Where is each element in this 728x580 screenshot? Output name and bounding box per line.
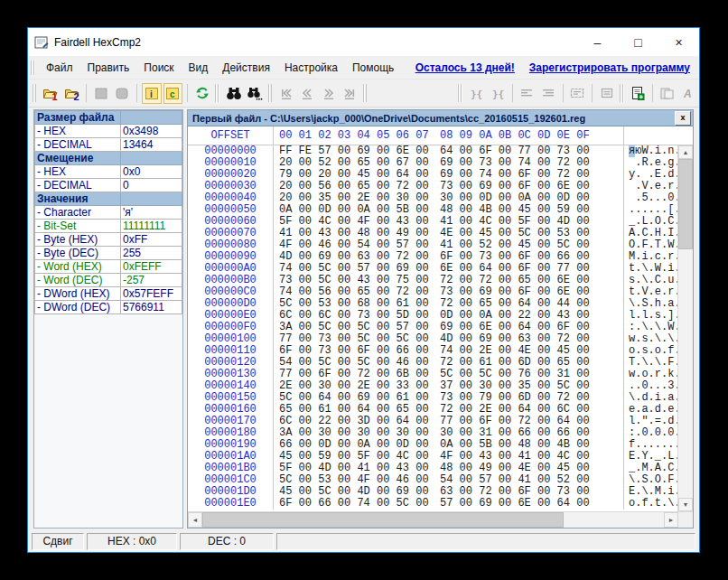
menu-actions[interactable]: Действия — [215, 58, 277, 78]
status-dec: DEC : 0 — [180, 533, 274, 550]
char-panel-button[interactable]: c — [163, 83, 182, 104]
hex-row-00000130[interactable]: 0000013077 00 6F 00 72 00 6B 005C 00 5C … — [188, 369, 677, 380]
title-bar: Fairdell HexCmp2 – □ × — [28, 28, 699, 56]
hex-row-00000070[interactable]: 0000007041 00 43 00 48 00 49 004E 00 45 … — [188, 228, 677, 239]
hex-row-00000120[interactable]: 0000012054 00 5C 00 5C 00 46 0072 00 61 … — [188, 357, 677, 369]
hex-row-00000020[interactable]: 0000002079 00 20 00 45 00 64 0069 00 74 … — [188, 169, 677, 181]
toolbar-separator — [512, 84, 513, 102]
maximize-button[interactable]: □ — [618, 28, 658, 56]
open-file-1-icon: 1 — [42, 87, 59, 100]
toolbar-grip — [458, 84, 462, 102]
sidebar-row-character: - Character'я' — [35, 206, 182, 220]
find-button[interactable] — [224, 83, 243, 104]
hex-row-000001B0[interactable]: 000001B05F 00 4D 00 41 00 43 0048 00 49 … — [188, 463, 677, 474]
char-panel-icon: c — [165, 87, 180, 100]
hex-row-00000150[interactable]: 000001505C 00 64 00 69 00 61 0073 00 79 … — [188, 392, 677, 404]
scroll-right-icon[interactable]: ► — [664, 512, 678, 528]
vertical-scroll-thumb[interactable] — [678, 159, 693, 249]
hex-row-00000110[interactable]: 000001106F 00 73 00 6F 00 66 0074 00 2E … — [188, 345, 677, 357]
last-byte-diff-button — [435, 83, 454, 104]
hex-row-000001C0[interactable]: 000001C05C 00 53 00 4F 00 46 0054 00 57 … — [188, 474, 677, 486]
hex-ascii: t.\.W.i.n.d.o.w. — [623, 263, 677, 275]
hex-row-00000160[interactable]: 0000016065 00 61 00 64 00 65 0072 00 2E … — [188, 404, 677, 416]
hex-ascii: s.\.C.u.r.r.e.n. — [623, 275, 677, 286]
hex-ascii: M.i.c.r.o.s.o.f. — [623, 251, 677, 263]
scroll-left-icon[interactable]: ◄ — [188, 512, 202, 528]
menu-search[interactable]: Поиск — [136, 58, 181, 78]
hex-ascii: t.V.e.r.s.i.o.n. — [623, 286, 677, 298]
menu-file[interactable]: Файл — [39, 58, 80, 78]
menu-settings[interactable]: Настройка — [277, 58, 345, 78]
hex-row-000000C0[interactable]: 000000C074 00 56 00 65 00 72 0073 00 69 … — [188, 286, 677, 298]
report-button[interactable] — [629, 83, 648, 104]
prev-byte-diff-button — [393, 83, 412, 104]
hex-row-00000080[interactable]: 000000804F 00 46 00 54 00 57 0041 00 52 … — [188, 239, 677, 251]
svg-text:2: 2 — [73, 90, 79, 100]
recompare-button[interactable] — [192, 83, 211, 104]
scrollbar-corner — [678, 512, 693, 528]
hex-row-00000000[interactable]: 00000000FF FE 57 00 69 00 6E 0064 00 6F … — [188, 145, 677, 157]
hex-bytes-left: 6F 00 66 00 74 00 5C 00 — [274, 498, 429, 510]
sidebar-row-label: - Bit-Set — [35, 220, 121, 233]
hex-row-00000060[interactable]: 000000605F 00 4C 00 4F 00 43 0041 00 4C … — [188, 216, 677, 228]
horizontal-scroll-thumb[interactable] — [202, 512, 564, 528]
toolbar-separator — [86, 84, 87, 102]
hex-row-000000A0[interactable]: 000000A074 00 5C 00 57 00 69 006E 00 64 … — [188, 263, 677, 275]
open-file-1-button[interactable]: 1 — [41, 83, 60, 104]
hex-ascii: яюW.i.n.d.o.w.s. — [623, 145, 677, 157]
hex-row-00000180[interactable]: 000001803A 00 30 00 30 00 30 0030 00 31 … — [188, 427, 677, 439]
hex-row-000000E0[interactable]: 000000E06C 00 6C 00 73 00 5D 000D 00 0A … — [188, 310, 677, 322]
hex-row-00000140[interactable]: 000001402E 00 30 00 2E 00 33 0037 00 30 … — [188, 380, 677, 392]
sidebar-row-label: - DECIMAL — [35, 138, 121, 152]
save-file-1-icon — [94, 87, 108, 100]
open-file-2-button[interactable]: 2 — [62, 83, 81, 104]
hex-row-00000030[interactable]: 0000003020 00 56 00 65 00 72 0073 00 69 … — [188, 181, 677, 192]
app-icon — [34, 35, 49, 50]
hex-row-000000F0[interactable]: 000000F03A 00 5C 00 5C 00 57 0069 00 6E … — [188, 322, 677, 333]
hex-ascii: o.s.o.f.t...N.E. — [623, 345, 677, 357]
hex-row-00000010[interactable]: 0000001020 00 52 00 65 00 67 0069 00 73 … — [188, 157, 677, 169]
menu-edit[interactable]: Править — [80, 58, 137, 78]
align-offsets-icon — [519, 87, 534, 99]
sidebar-row-byte-hex: - Byte (HEX)0xFF — [35, 233, 182, 247]
sidebar-row-label: - DWord (HEX) — [35, 287, 121, 301]
hex-row-000000D0[interactable]: 000000D05C 00 53 00 68 00 61 0072 00 65 … — [188, 298, 677, 310]
hex-ascii: _.M.A.C.H.I.N.E. — [623, 463, 677, 474]
hex-row-00000170[interactable]: 000001706C 00 22 00 3D 00 64 0077 00 6F … — [188, 416, 677, 427]
hex-row-00000090[interactable]: 000000904D 00 69 00 63 00 72 006F 00 73 … — [188, 251, 677, 263]
sidebar-row-offset-decimal: - DECIMAL0 — [35, 179, 182, 192]
sidebar-row-value: 0xFF — [121, 233, 182, 247]
menu-view[interactable]: Вид — [182, 58, 216, 78]
hex-row-000001E0[interactable]: 000001E06F 00 66 00 74 00 5C 0057 00 69 … — [188, 498, 677, 510]
hex-row-000001A0[interactable]: 000001A045 00 59 00 5F 00 4C 004F 00 43 … — [188, 451, 677, 463]
sidebar-row-offset-hex: - HEX0x0 — [35, 165, 182, 179]
minimize-button[interactable]: – — [577, 28, 618, 56]
hex-row-00000100[interactable]: 0000010077 00 73 00 5C 00 5C 004D 00 69 … — [188, 333, 677, 345]
info-panel-button[interactable]: i — [142, 83, 161, 104]
align-offsets-2-icon — [541, 87, 555, 99]
hex-ascii: :.\.\.W.i.n.d.o. — [623, 322, 677, 333]
menu-help[interactable]: Помощь — [345, 58, 401, 78]
sidebar-row-word-dec: - Word (DEC)-257 — [35, 274, 182, 287]
hex-row-00000040[interactable]: 0000004020 00 35 00 2E 00 30 0030 00 0D … — [188, 192, 677, 204]
find-icon — [226, 87, 242, 100]
hex-row-000000B0[interactable]: 000000B073 00 5C 00 43 00 75 0072 00 72 … — [188, 275, 677, 286]
close-button[interactable]: × — [658, 28, 699, 56]
toolbar-grip — [363, 84, 367, 102]
sync-scroll-right-button: }{ — [488, 83, 507, 104]
register-program-link[interactable]: Зарегистрировать программу — [529, 61, 690, 74]
scroll-up-icon[interactable]: ▲ — [678, 145, 693, 159]
hex-row-000001D0[interactable]: 000001D045 00 5C 00 4D 00 69 0063 00 72 … — [188, 486, 677, 498]
svg-text:}{: }{ — [492, 88, 504, 99]
hex-row-00000190[interactable]: 0000019066 00 0D 00 0A 00 0D 000A 00 5B … — [188, 439, 677, 451]
sidebar-row-label: - HEX — [35, 165, 121, 179]
sync-scroll-right-icon: }{ — [490, 87, 505, 100]
trial-days-left-link[interactable]: Осталось 13 дней! — [415, 61, 515, 74]
find-next-button[interactable] — [245, 83, 264, 104]
first-diff-icon — [279, 87, 294, 100]
hex-row-00000050[interactable]: 000000500A 00 0D 00 0A 00 5B 0048 00 4B … — [188, 204, 677, 216]
sidebar-row-value: 'я' — [121, 206, 182, 220]
hex-panel-close-icon[interactable]: x — [675, 111, 691, 126]
scroll-down-icon[interactable]: ▼ — [678, 498, 693, 511]
sync-scroll-left-icon: }{ — [469, 87, 483, 100]
